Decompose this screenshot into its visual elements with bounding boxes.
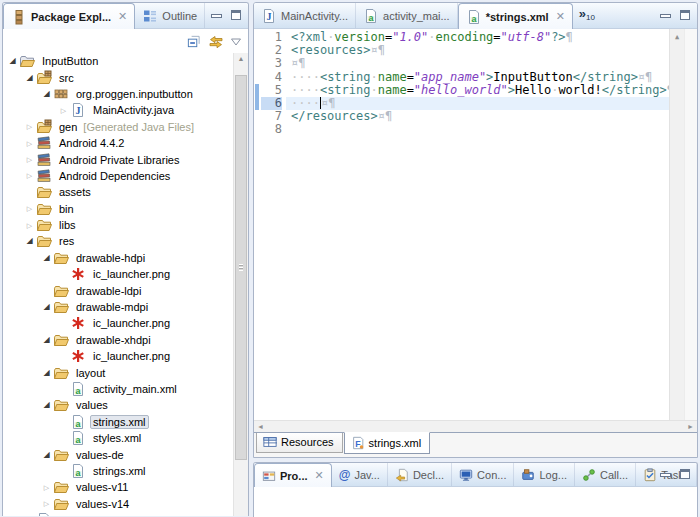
tree-item-ic-launcher-png[interactable]: ic_launcher.png bbox=[3, 348, 233, 364]
tree-item-values[interactable]: ◢values bbox=[3, 397, 233, 413]
tab-call[interactable]: Call... bbox=[575, 463, 636, 486]
maximize-icon[interactable] bbox=[680, 10, 690, 20]
expand-arrow-icon[interactable]: ▷ bbox=[58, 107, 69, 114]
editor-vertical-scrollbar[interactable]: ▲ bbox=[669, 29, 684, 420]
expand-arrow-icon[interactable]: ▷ bbox=[24, 140, 35, 147]
scroll-right-icon[interactable]: ► bbox=[687, 423, 694, 430]
editor-window-buttons bbox=[660, 10, 690, 20]
tree-item-label: AndroidManifest.xml bbox=[56, 513, 162, 516]
collapse-arrow-icon[interactable]: ◢ bbox=[24, 237, 35, 245]
tab-activity-mai[interactable]: aactivity_mai... bbox=[356, 3, 458, 28]
tree-item-values-de[interactable]: ◢values-de bbox=[3, 446, 233, 462]
tree-scrollbar[interactable]: ▲ bbox=[233, 53, 248, 516]
srcfolder-icon bbox=[36, 119, 52, 135]
tab-con[interactable]: Con... bbox=[452, 463, 514, 486]
tab-strings-xml[interactable]: a*strings.xml✕ bbox=[458, 3, 573, 29]
page-tab-resources[interactable]: Resources bbox=[256, 433, 343, 453]
tab-outline[interactable]: Outline bbox=[135, 3, 205, 28]
close-icon[interactable]: ✕ bbox=[315, 469, 324, 482]
tree-item-src[interactable]: ◢src bbox=[3, 69, 233, 85]
overview-ruler[interactable] bbox=[684, 29, 697, 420]
minimize-icon[interactable] bbox=[211, 14, 222, 18]
link-with-editor-icon[interactable] bbox=[208, 33, 224, 49]
view-menu-icon[interactable] bbox=[229, 35, 243, 49]
xmlfile-icon: a bbox=[70, 430, 86, 446]
tree-item-res[interactable]: ◢res bbox=[3, 233, 233, 249]
collapse-arrow-icon[interactable]: ◢ bbox=[41, 254, 52, 262]
collapse-arrow-icon[interactable]: ◢ bbox=[41, 336, 52, 344]
collapse-all-icon[interactable] bbox=[185, 33, 201, 49]
tree-item-gen[interactable]: ▷gen [Generated Java Files] bbox=[3, 119, 233, 135]
tree-item-drawable-hdpi[interactable]: ◢drawable-hdpi bbox=[3, 250, 233, 266]
tree-item-android-4-4-2[interactable]: ▷Android 4.4.2 bbox=[3, 135, 233, 151]
tab-log[interactable]: Log... bbox=[514, 463, 575, 486]
tree-item-drawable-mdpi[interactable]: ◢drawable-mdpi bbox=[3, 299, 233, 315]
expand-arrow-icon[interactable]: ▷ bbox=[41, 500, 52, 507]
tree-item-drawable-ldpi[interactable]: drawable-ldpi bbox=[3, 282, 233, 298]
collapse-arrow-icon[interactable]: ◢ bbox=[41, 401, 52, 409]
minimize-icon[interactable] bbox=[660, 14, 671, 18]
code-line-5[interactable]: ····<string·name="hello_world">Hello·wor… bbox=[286, 84, 669, 97]
tree-item-activity-main-xml[interactable]: aactivity_main.xml bbox=[3, 381, 233, 397]
tree-item-ic-launcher-png[interactable]: ic_launcher.png bbox=[3, 315, 233, 331]
restable-icon bbox=[263, 435, 277, 449]
code-line-8[interactable] bbox=[286, 123, 669, 136]
tab-mainactivity[interactable]: JMainActivity... bbox=[254, 3, 356, 28]
collapse-arrow-icon[interactable]: ◢ bbox=[41, 451, 52, 459]
annotation-ruler[interactable] bbox=[254, 29, 261, 420]
editor-horizontal-scrollbar[interactable]: ◄ ► bbox=[254, 420, 697, 432]
tree-item-label: libs bbox=[56, 218, 79, 232]
tree-item-bin[interactable]: ▷bin bbox=[3, 201, 233, 217]
tree-item-inputbutton[interactable]: ◢InputButton bbox=[3, 53, 233, 69]
tree-item-drawable-xhdpi[interactable]: ◢drawable-xhdpi bbox=[3, 332, 233, 348]
expand-arrow-icon[interactable]: ▷ bbox=[41, 484, 52, 491]
tab-decl[interactable]: Decl... bbox=[388, 463, 452, 486]
expand-arrow-icon[interactable]: ▷ bbox=[24, 222, 35, 229]
close-icon[interactable]: ✕ bbox=[556, 10, 565, 23]
code-line-7[interactable]: </resources>¤¶ bbox=[286, 110, 669, 123]
tab-package-expl[interactable]: Package Expl...✕ bbox=[3, 3, 135, 29]
tab-jav[interactable]: @Jav... bbox=[332, 463, 388, 486]
collapse-arrow-icon[interactable]: ◢ bbox=[41, 303, 52, 311]
tree-item-values-v14[interactable]: ▷values-v14 bbox=[3, 496, 233, 512]
collapse-arrow-icon[interactable]: ◢ bbox=[24, 74, 35, 82]
maximize-icon[interactable] bbox=[231, 10, 241, 20]
expand-arrow-icon[interactable]: ▷ bbox=[24, 172, 35, 179]
tree-item-ic-launcher-png[interactable]: ic_launcher.png bbox=[3, 266, 233, 282]
tree-item-strings-xml[interactable]: astrings.xml bbox=[3, 414, 233, 430]
tree-item-mainactivity-java[interactable]: ▷JMainActivity.java bbox=[3, 102, 233, 118]
code-token: "hello_world" bbox=[414, 83, 508, 97]
expand-arrow-icon[interactable]: ▷ bbox=[24, 156, 35, 163]
maximize-icon[interactable] bbox=[680, 469, 690, 479]
tree-item-libs[interactable]: ▷libs bbox=[3, 217, 233, 233]
close-icon[interactable]: ✕ bbox=[118, 10, 127, 23]
tab-label: Call... bbox=[600, 469, 628, 481]
collapse-arrow-icon[interactable]: ◢ bbox=[41, 90, 52, 98]
tree-item-label: src bbox=[56, 71, 77, 85]
tab-pro[interactable]: Pro...✕ bbox=[254, 463, 332, 487]
scrollbar-thumb[interactable] bbox=[235, 75, 247, 460]
scroll-up-icon[interactable]: ▲ bbox=[234, 55, 248, 62]
tree-item-android-private-libraries[interactable]: ▷Android Private Libraries bbox=[3, 151, 233, 167]
expand-arrow-icon[interactable]: ▷ bbox=[24, 205, 35, 212]
tree-item-assets[interactable]: assets bbox=[3, 184, 233, 200]
xmlfile-icon: a bbox=[70, 381, 86, 397]
code-area[interactable]: <?xml·version="1.0"·encoding="utf-8"?>¶<… bbox=[286, 29, 669, 420]
code-line-2[interactable]: <resources>¤¶ bbox=[286, 44, 669, 57]
collapse-arrow-icon[interactable]: ◢ bbox=[7, 57, 18, 65]
tree-item-values-v11[interactable]: ▷values-v11 bbox=[3, 479, 233, 495]
scroll-up-icon[interactable]: ▲ bbox=[670, 33, 684, 41]
expand-arrow-icon[interactable]: ▷ bbox=[24, 123, 35, 130]
page-tab-strings-xml[interactable]: Fstrings.xml bbox=[344, 432, 431, 454]
tree-item-layout[interactable]: ◢layout bbox=[3, 364, 233, 380]
minimize-icon[interactable] bbox=[660, 473, 671, 477]
more-editors-chevron[interactable]: »10 bbox=[573, 3, 599, 28]
tree-item-org-proggen-inputbutton[interactable]: ◢org.proggen.inputbutton bbox=[3, 86, 233, 102]
tree-item-strings-xml[interactable]: astrings.xml bbox=[3, 463, 233, 479]
scroll-left-icon[interactable]: ◄ bbox=[257, 423, 264, 430]
tree-item-android-dependencies[interactable]: ▷Android Dependencies bbox=[3, 168, 233, 184]
tree-item-styles-xml[interactable]: astyles.xml bbox=[3, 430, 233, 446]
tree-item-androidmanifest-xml[interactable]: aAndroidManifest.xml bbox=[3, 512, 233, 516]
collapse-arrow-icon[interactable]: ◢ bbox=[41, 369, 52, 377]
line-number-ruler[interactable]: 12345678 bbox=[261, 29, 286, 420]
